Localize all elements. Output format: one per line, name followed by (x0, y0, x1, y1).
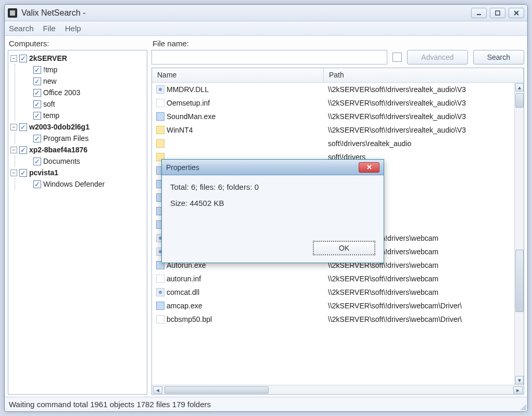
tree-checkbox[interactable]: ✓ (19, 123, 27, 131)
tree-toggle-icon[interactable]: − (10, 170, 17, 176)
file-row[interactable]: Oemsetup.inf \\2kSERVER\soft\!drivers\re… (152, 96, 524, 110)
file-row[interactable]: autorun.inf \\2kSERVER\soft\!drivers\web… (152, 272, 524, 285)
scroll-thumb[interactable] (515, 93, 524, 108)
window-title: Valix NetSearch - (21, 8, 471, 18)
resize-grip[interactable] (519, 403, 526, 410)
tree-node[interactable]: ✓ Program Files (15, 133, 146, 144)
status-text: Waiting command total 1961 objects 1782 … (9, 400, 211, 409)
file-name: comcat.dll (167, 288, 199, 296)
tree-node[interactable]: ✓ !tmp (15, 64, 146, 75)
computers-tree[interactable]: − ✓ 2kSERVER ✓ !tmp ✓ new ✓ Office 2003 … (8, 50, 147, 395)
app-icon (8, 8, 17, 18)
vertical-scrollbar[interactable]: ▲ ▼ (514, 83, 524, 385)
tree-node[interactable]: − ✓ xp2-8baef4a1876 (9, 144, 146, 155)
tree-label: new (43, 77, 57, 85)
folder-icon (156, 126, 164, 134)
tree-node[interactable]: ✓ Windows Defender (15, 178, 146, 190)
dialog-total-text: Total: 6; files: 6; folders: 0 (170, 183, 375, 191)
tree-checkbox[interactable]: ✓ (33, 66, 41, 74)
dialog-ok-button[interactable]: OK (313, 241, 375, 255)
tree-node[interactable]: − ✓ w2003-0dob2l6g1 (9, 121, 146, 133)
column-path[interactable]: Path (324, 68, 524, 82)
dll-icon (156, 85, 164, 94)
scroll-right-arrow[interactable]: ► (513, 386, 523, 394)
file-name: autorun.inf (167, 275, 201, 283)
filename-input[interactable] (151, 50, 387, 64)
tree-checkbox[interactable]: ✓ (33, 77, 41, 85)
tree-spacer (24, 78, 31, 85)
file-name: Oemsetup.inf (167, 99, 210, 107)
file-name: SoundMan.exe (167, 112, 216, 121)
file-path: \\2kSERVER\soft\!drivers\webcam\Driver\ (328, 315, 462, 323)
scroll-up-arrow[interactable]: ▲ (515, 83, 524, 92)
inf-icon (156, 99, 164, 107)
tree-label: Office 2003 (43, 88, 80, 97)
dialog-title: Properties (166, 163, 199, 172)
advanced-button[interactable]: Advanced (407, 50, 467, 64)
advanced-checkbox[interactable] (392, 53, 402, 62)
tree-node[interactable]: − ✓ 2kSERVER (9, 53, 146, 64)
tree-node[interactable]: ✓ Office 2003 (15, 87, 146, 98)
scroll-down-arrow[interactable]: ▼ (515, 376, 524, 384)
tree-label: w2003-0dob2l6g1 (29, 123, 90, 131)
file-path: \\2kSERVER\soft\!drivers\realtek_audio\V… (328, 112, 466, 121)
tree-spacer (24, 67, 31, 73)
dialog-size-text: Size: 44502 KB (170, 199, 375, 207)
dialog-close-button[interactable]: ✕ (359, 162, 379, 173)
file-path: \\2kSERVER\soft\!drivers\webcam (328, 275, 438, 283)
menu-search[interactable]: Search (9, 24, 34, 33)
tree-node[interactable]: ✓ soft (15, 98, 146, 110)
computers-panel: Computers: − ✓ 2kSERVER ✓ !tmp ✓ new ✓ O… (8, 38, 147, 395)
statusbar: Waiting command total 1961 objects 1782 … (5, 397, 527, 411)
tree-checkbox[interactable]: ✓ (19, 55, 27, 62)
search-button[interactable]: Search (473, 50, 524, 64)
tree-checkbox[interactable]: ✓ (33, 135, 41, 142)
tree-spacer (24, 101, 31, 108)
hscroll-thumb[interactable] (164, 386, 269, 394)
menu-help[interactable]: Help (65, 24, 81, 33)
scroll-left-arrow[interactable]: ◄ (153, 386, 162, 394)
horizontal-scrollbar[interactable]: ◄ ► (152, 385, 524, 394)
file-list-header: Name Path (152, 68, 524, 83)
minimize-button[interactable] (471, 8, 487, 18)
tree-label: Program Files (43, 134, 88, 142)
tree-label: pcvista1 (29, 168, 58, 177)
tree-node[interactable]: ✓ temp (15, 110, 146, 121)
tree-label: xp2-8baef4a1876 (29, 146, 87, 154)
tree-spacer (24, 181, 31, 188)
menu-file[interactable]: File (43, 24, 56, 33)
tree-label: Documents (43, 157, 80, 165)
tree-label: temp (43, 111, 59, 120)
folder-icon (156, 139, 164, 148)
dll-icon (156, 288, 164, 296)
file-row[interactable]: WinNT4 \\2kSERVER\soft\!drivers\realtek_… (152, 123, 524, 137)
column-name[interactable]: Name (152, 68, 324, 82)
file-name: amcap.exe (167, 302, 202, 310)
file-path: \\2kSERVER\soft\!drivers\realtek_audio\V… (328, 85, 466, 94)
tree-checkbox[interactable]: ✓ (19, 146, 27, 154)
tree-toggle-icon[interactable]: − (10, 55, 17, 62)
computers-label: Computers: (9, 39, 147, 48)
tree-checkbox[interactable]: ✓ (33, 100, 41, 108)
tree-toggle-icon[interactable]: − (10, 147, 17, 153)
file-row[interactable]: bcbsmp50.bpl \\2kSERVER\soft\!drivers\we… (152, 313, 524, 326)
tree-checkbox[interactable]: ✓ (33, 158, 41, 165)
tree-node[interactable]: ✓ Documents (15, 155, 146, 167)
file-row[interactable]: soft\!drivers\realtek_audio (152, 137, 524, 150)
tree-toggle-icon[interactable]: − (10, 124, 17, 131)
close-button[interactable] (509, 8, 524, 18)
file-row[interactable]: comcat.dll \\2kSERVER\soft\!drivers\webc… (152, 285, 524, 299)
tree-checkbox[interactable]: ✓ (33, 112, 41, 120)
tree-checkbox[interactable]: ✓ (33, 89, 41, 97)
scroll-thumb-lower[interactable] (515, 250, 524, 312)
titlebar: Valix NetSearch - (5, 5, 527, 21)
tree-node[interactable]: − ✓ pcvista1 (9, 167, 146, 178)
tree-checkbox[interactable]: ✓ (33, 180, 41, 188)
file-row[interactable]: MMDRV.DLL \\2kSERVER\soft\!drivers\realt… (152, 83, 524, 96)
tree-node[interactable]: ✓ new (15, 75, 146, 87)
tree-checkbox[interactable]: ✓ (19, 169, 27, 177)
maximize-button[interactable] (490, 8, 505, 18)
file-row[interactable]: SoundMan.exe \\2kSERVER\soft\!drivers\re… (152, 110, 524, 123)
file-row[interactable]: amcap.exe \\2kSERVER\soft\!drivers\webca… (152, 299, 524, 313)
generic-icon (156, 315, 164, 323)
